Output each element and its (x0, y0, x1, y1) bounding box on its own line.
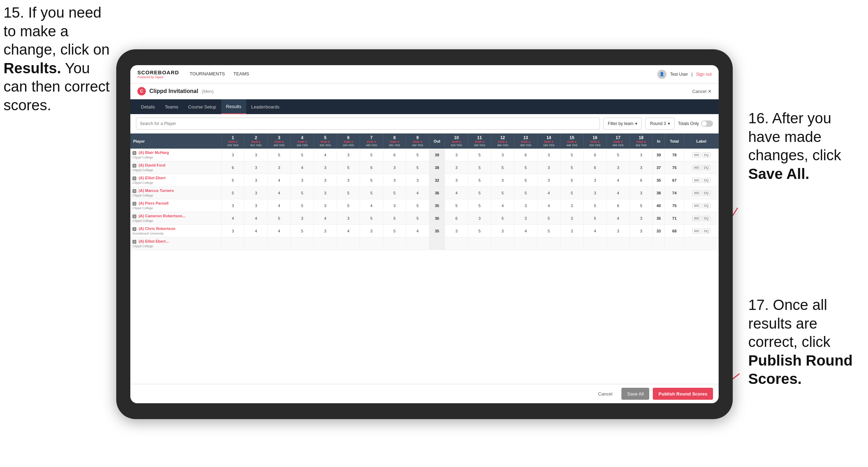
score-h13[interactable] (514, 237, 538, 250)
wd-button[interactable]: WD (692, 229, 701, 234)
round-selector-button[interactable]: Round 3 ▾ (645, 118, 674, 130)
score-h5[interactable]: 3 (314, 187, 337, 199)
score-h4[interactable]: 5 (291, 187, 314, 199)
score-h1[interactable]: 3 (221, 225, 244, 237)
score-h12[interactable]: 5 (491, 161, 514, 174)
score-h10[interactable]: 3 (445, 149, 468, 161)
tab-teams[interactable]: Teams (160, 99, 183, 114)
score-h10[interactable] (445, 237, 468, 250)
score-h2[interactable]: 3 (244, 149, 268, 161)
score-h2[interactable] (244, 237, 268, 250)
dq-button[interactable]: DQ (702, 165, 711, 170)
cancel-tournament-link[interactable]: Cancel ✕ (692, 89, 712, 94)
score-h13[interactable]: 3 (514, 212, 538, 225)
score-h7[interactable] (360, 237, 383, 250)
score-h4[interactable]: 5 (291, 149, 314, 161)
score-h15[interactable]: 5 (560, 161, 584, 174)
wd-button[interactable]: WD (692, 203, 701, 208)
save-all-button[interactable]: Save All (621, 388, 649, 400)
score-h16[interactable]: 5 (583, 212, 607, 225)
score-h17[interactable]: 4 (607, 174, 630, 187)
score-h1[interactable]: 5 (221, 187, 244, 199)
cancel-button[interactable]: Cancel (593, 388, 618, 400)
score-h1[interactable]: 6 (221, 161, 244, 174)
score-h17[interactable]: 5 (607, 149, 630, 161)
score-h17[interactable]: 4 (607, 187, 630, 199)
score-h16[interactable]: 3 (583, 174, 607, 187)
score-h18[interactable]: 3 (630, 149, 653, 161)
score-h12[interactable]: 3 (491, 149, 514, 161)
score-h11[interactable]: 5 (468, 187, 491, 199)
score-h13[interactable]: 3 (514, 199, 538, 212)
score-h2[interactable]: 3 (244, 174, 268, 187)
score-h10[interactable]: 4 (445, 187, 468, 199)
score-h8[interactable]: 5 (383, 187, 406, 199)
score-h9[interactable]: 5 (406, 149, 429, 161)
score-h16[interactable]: 5 (583, 199, 607, 212)
nav-link-tournaments[interactable]: TOURNAMENTS (190, 71, 225, 77)
score-h5[interactable]: 4 (314, 149, 337, 161)
score-h13[interactable]: 5 (514, 187, 538, 199)
score-h6[interactable]: 3 (337, 149, 360, 161)
score-h7[interactable]: 5 (360, 212, 383, 225)
score-h18[interactable]: 3 (630, 225, 653, 237)
nav-link-teams[interactable]: TEAMS (234, 71, 249, 77)
score-h17[interactable] (607, 237, 630, 250)
score-h14[interactable]: 3 (537, 174, 560, 187)
score-h12[interactable] (491, 237, 514, 250)
score-h17[interactable]: 4 (607, 212, 630, 225)
score-h8[interactable]: 6 (383, 149, 406, 161)
score-h16[interactable]: 3 (583, 187, 607, 199)
score-h13[interactable]: 5 (514, 161, 538, 174)
score-h10[interactable]: 3 (445, 225, 468, 237)
score-h2[interactable]: 3 (244, 161, 268, 174)
score-h9[interactable]: 3 (406, 174, 429, 187)
score-h18[interactable]: 5 (630, 199, 653, 212)
score-h10[interactable]: 3 (445, 174, 468, 187)
score-h17[interactable]: 6 (607, 199, 630, 212)
score-h2[interactable]: 4 (244, 212, 268, 225)
score-h7[interactable]: 4 (360, 199, 383, 212)
score-h12[interactable]: 5 (491, 187, 514, 199)
score-h8[interactable] (383, 237, 406, 250)
score-h12[interactable]: 3 (491, 225, 514, 237)
score-h5[interactable] (314, 237, 337, 250)
score-h3[interactable]: 4 (267, 225, 291, 237)
score-h7[interactable]: 6 (360, 161, 383, 174)
score-h14[interactable]: 4 (537, 187, 560, 199)
score-h15[interactable]: 3 (560, 225, 584, 237)
wd-button[interactable]: WD (692, 165, 701, 170)
score-h11[interactable]: 5 (468, 149, 491, 161)
dq-button[interactable]: DQ (702, 191, 711, 195)
score-h11[interactable]: 5 (468, 199, 491, 212)
score-h18[interactable]: 3 (630, 212, 653, 225)
score-h7[interactable]: 5 (360, 174, 383, 187)
score-h8[interactable]: 5 (383, 225, 406, 237)
score-h14[interactable]: 3 (537, 161, 560, 174)
sign-out-link[interactable]: Sign out (696, 72, 712, 77)
dq-button[interactable]: DQ (702, 216, 711, 221)
score-h8[interactable]: 3 (383, 174, 406, 187)
dq-button[interactable]: DQ (702, 229, 711, 234)
score-h12[interactable]: 3 (491, 174, 514, 187)
score-h3[interactable] (267, 237, 291, 250)
score-h6[interactable]: 4 (337, 225, 360, 237)
score-h17[interactable]: 3 (607, 225, 630, 237)
score-h4[interactable]: 5 (291, 199, 314, 212)
score-h14[interactable]: 5 (537, 212, 560, 225)
score-h15[interactable]: 3 (560, 199, 584, 212)
score-h11[interactable]: 5 (468, 161, 491, 174)
score-h13[interactable]: 5 (514, 174, 538, 187)
score-h16[interactable]: 6 (583, 149, 607, 161)
search-input[interactable] (136, 118, 600, 130)
score-h18[interactable]: 3 (630, 161, 653, 174)
score-h10[interactable]: 3 (445, 161, 468, 174)
wd-button[interactable]: WD (692, 191, 701, 195)
score-h12[interactable]: 5 (491, 212, 514, 225)
score-h5[interactable]: 3 (314, 225, 337, 237)
score-h1[interactable] (221, 237, 244, 250)
score-h5[interactable]: 3 (314, 199, 337, 212)
score-h6[interactable]: 5 (337, 199, 360, 212)
score-h4[interactable]: 5 (291, 225, 314, 237)
score-h3[interactable]: 4 (267, 187, 291, 199)
